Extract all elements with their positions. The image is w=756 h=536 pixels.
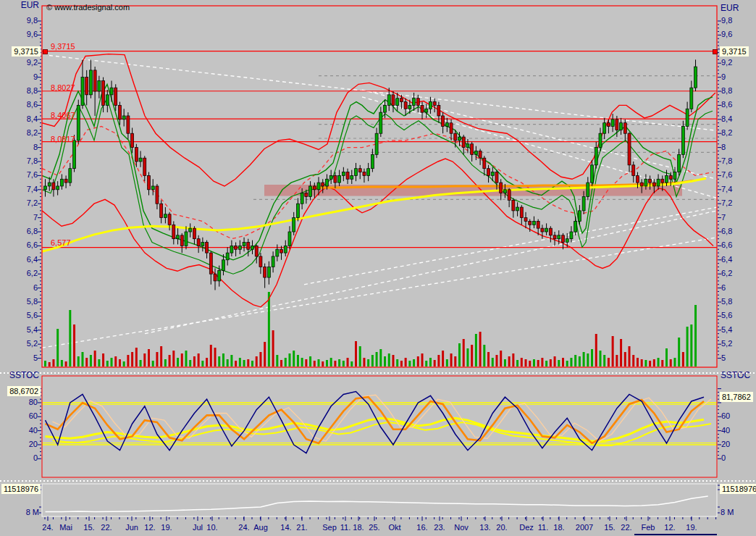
volume-bar: [81, 352, 83, 367]
volume-bar: [293, 351, 295, 367]
price-tick-label-right: 8,2: [721, 128, 732, 137]
volume-bar: [65, 361, 67, 367]
volume-bar: [541, 358, 543, 367]
volume-bar: [222, 353, 224, 367]
volume-bar: [152, 361, 154, 367]
volume-bar: [106, 361, 109, 367]
volume-bar: [408, 361, 411, 367]
volume-bar: [268, 292, 270, 367]
volume-bar: [243, 360, 245, 367]
volume-bar: [379, 349, 382, 367]
volume-bar: [562, 358, 564, 367]
candlestick: [686, 109, 689, 126]
volume-bar: [500, 351, 502, 367]
price-tick-label-right: 6: [721, 283, 726, 292]
volume-bar: [483, 345, 485, 367]
candlestick: [603, 123, 606, 134]
volume-bar: [276, 355, 278, 367]
volume-bar: [256, 356, 258, 367]
candlestick: [317, 183, 320, 190]
candlestick: [375, 133, 378, 154]
volume-bar: [595, 334, 597, 367]
candlestick: [346, 172, 349, 180]
volume-bar: [475, 334, 477, 367]
volume-bar: [111, 358, 113, 367]
candlestick: [106, 95, 109, 106]
date-range-underline: [634, 534, 717, 535]
candlestick: [620, 123, 623, 130]
volume-bar: [206, 358, 208, 367]
volume-plot-background[interactable]: [42, 484, 717, 516]
candlestick: [342, 172, 345, 176]
candlestick: [669, 175, 672, 179]
sstoc-plot-background[interactable]: [42, 376, 717, 477]
candlestick: [623, 123, 626, 134]
candlestick: [89, 70, 92, 95]
price-tick-label-left: 7,8: [0, 156, 38, 165]
candlestick: [139, 158, 142, 162]
volume-bar: [587, 353, 589, 367]
volume-bar: [429, 358, 432, 367]
price-axis-unit-left: EUR: [0, 0, 39, 10]
price-tick-label-left: 6,4: [0, 255, 38, 264]
price-tick-label-right: 6,2: [721, 269, 732, 277]
date-tick-label: Jul: [193, 523, 203, 532]
volume-bar: [599, 351, 601, 367]
date-tick-label: Okt: [388, 523, 400, 532]
candlestick: [495, 172, 498, 183]
candlestick: [516, 207, 519, 211]
volume-bar: [218, 356, 220, 367]
volume-bar: [649, 361, 651, 367]
price-tick-label-right: 7: [721, 213, 726, 222]
price-tick-label-left: 5,4: [0, 325, 38, 334]
candlestick: [371, 154, 374, 168]
sstoc-tick-label-left: 40: [0, 426, 38, 435]
candlestick: [288, 232, 291, 246]
candlestick: [69, 169, 72, 183]
candlestick: [661, 179, 664, 183]
price-tick-label-left: 8,2: [0, 128, 38, 137]
candlestick: [264, 267, 266, 278]
date-tick-label: 12.: [664, 523, 675, 532]
volume-bar: [239, 358, 241, 367]
volume-bar: [658, 358, 660, 367]
volume-bar: [400, 361, 403, 367]
candlestick: [591, 165, 594, 183]
candlestick: [545, 228, 548, 232]
volume-bar: [545, 361, 547, 367]
date-tick-label: 22.: [621, 523, 631, 532]
volume-bar: [334, 361, 336, 367]
volume-bar: [264, 342, 266, 367]
panel-splitter-2[interactable]: [0, 480, 756, 482]
price-axis-unit-right: EUR: [721, 3, 739, 13]
volume-bar: [537, 360, 539, 367]
candlestick: [243, 243, 245, 246]
candlestick: [185, 232, 188, 246]
level-marker-right[interactable]: [713, 49, 718, 54]
candlestick: [437, 105, 440, 116]
price-tick-label-right: 5: [721, 353, 726, 362]
volume-bar: [44, 361, 46, 367]
volume-bar: [169, 355, 171, 367]
volume-bar: [201, 361, 203, 367]
chart-canvas[interactable]: [0, 0, 756, 536]
price-tick-label-left: 6,6: [0, 240, 38, 249]
candlestick: [500, 183, 503, 193]
copyright-text: © www.tradesignal.com: [46, 3, 130, 12]
candlestick: [334, 175, 337, 183]
candlestick: [93, 70, 96, 91]
candlestick: [60, 179, 63, 186]
volume-bar: [181, 353, 183, 367]
volume-bar: [189, 360, 191, 367]
candlestick: [206, 243, 209, 254]
price-tick-label-right: 9,6: [721, 30, 732, 38]
date-tick-label: 22.: [101, 523, 112, 532]
level-marker-left[interactable]: [43, 49, 48, 54]
volume-bar: [446, 359, 448, 367]
volume-bar: [591, 349, 593, 367]
candlestick: [151, 186, 154, 190]
candlestick: [416, 99, 419, 106]
panel-splitter-1[interactable]: [0, 372, 756, 374]
volume-bar: [450, 353, 453, 367]
volume-bar: [629, 346, 631, 367]
